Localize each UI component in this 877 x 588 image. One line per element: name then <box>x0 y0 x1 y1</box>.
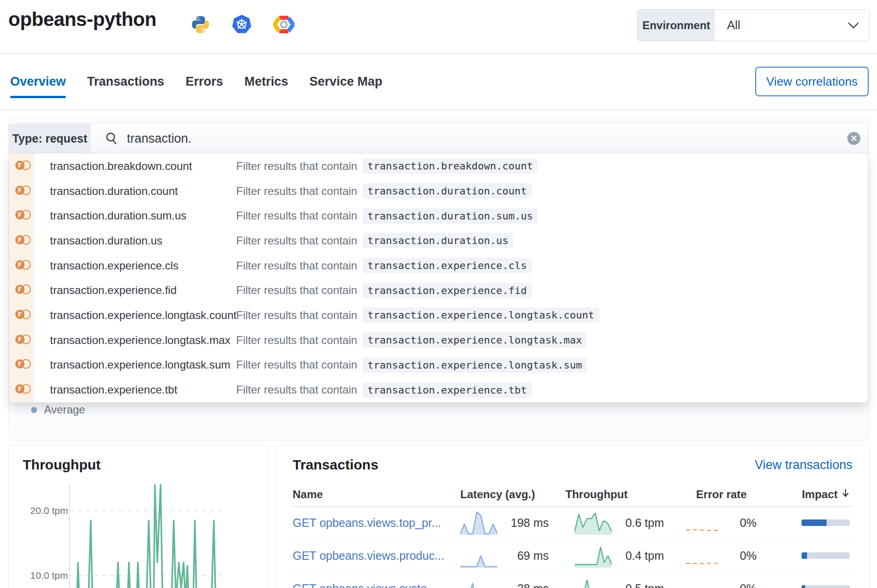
suggestion-option[interactable]: F transaction.experience.longtask.sum Fi… <box>9 353 868 378</box>
suggestion-field-code: transaction.duration.count <box>363 183 531 199</box>
suggestion-field-code: transaction.experience.tbt <box>363 382 531 398</box>
latency-sparkline <box>460 511 497 535</box>
suggestion-field-name: transaction.experience.longtask.sum <box>50 358 231 371</box>
view-correlations-button[interactable]: View correlations <box>755 67 869 96</box>
suggestion-field-name: transaction.duration.count <box>50 185 178 198</box>
python-icon <box>191 15 210 34</box>
service-agent-icons <box>191 15 294 34</box>
column-header-latency[interactable]: Latency (avg.) <box>460 488 560 501</box>
suggestion-option[interactable]: F transaction.experience.cls Filter resu… <box>9 253 868 278</box>
suggestion-field-code: transaction.experience.longtask.max <box>363 332 587 348</box>
suggestion-description: Filter results that contain <box>236 209 357 222</box>
tab-service-map[interactable]: Service Map <box>309 72 382 91</box>
table-row: GET opbeans.views.produc... 69 ms 0.4 tp… <box>293 539 852 572</box>
error-rate-sparkline <box>686 513 719 533</box>
suggestion-option[interactable]: F transaction.duration.count Filter resu… <box>9 179 868 204</box>
latency-sparkline <box>460 544 497 568</box>
page-title: opbeans-python <box>8 8 157 31</box>
suggestion-option[interactable]: F transaction.breakdown.count Filter res… <box>9 154 868 179</box>
google-cloud-icon <box>273 15 294 34</box>
column-header-error-rate[interactable]: Error rate <box>675 488 768 501</box>
transactions-table-header: Name Latency (avg.) Throughput Error rat… <box>293 482 852 507</box>
column-header-name[interactable]: Name <box>293 488 455 501</box>
throughput-value: 0.5 tpm <box>620 582 664 588</box>
error-rate-value: 0% <box>729 516 757 530</box>
field-icon: F <box>15 234 31 247</box>
throughput-card: Throughput 20.0 tpm 10.0 tpm <box>8 445 268 588</box>
suggestion-field-name: transaction.experience.longtask.count <box>50 309 237 322</box>
latency-value: 69 ms <box>505 549 549 563</box>
transactions-card-title: Transactions <box>293 457 378 473</box>
field-icon: F <box>15 259 31 272</box>
column-header-impact[interactable]: Impact <box>773 488 850 501</box>
transaction-name-link[interactable]: GET opbeans.views.custo... <box>293 582 437 588</box>
error-rate-value: 0% <box>729 582 757 588</box>
suggestion-field-name: transaction.experience.cls <box>50 259 178 272</box>
suggestion-description: Filter results that contain <box>236 334 357 347</box>
transaction-name-link[interactable]: GET opbeans.views.top_pr... <box>293 516 441 530</box>
throughput-sparkline <box>575 511 612 535</box>
throughput-line-chart <box>69 484 237 588</box>
suggestion-option[interactable]: F transaction.experience.tbt Filter resu… <box>9 377 868 402</box>
environment-select-value: All <box>715 10 848 41</box>
suggestion-description: Filter results that contain <box>236 234 357 247</box>
field-icon: F <box>15 358 31 371</box>
suggestion-description: Filter results that contain <box>236 309 357 322</box>
tabs-divider <box>0 110 877 110</box>
suggestion-option[interactable]: F transaction.experience.longtask.max Fi… <box>9 328 868 353</box>
transaction-name-link[interactable]: GET opbeans.views.produc... <box>293 549 445 563</box>
throughput-sparkline <box>575 576 612 588</box>
clear-search-button[interactable]: ✕ <box>847 132 860 145</box>
error-rate-sparkline <box>686 545 719 566</box>
environment-select[interactable]: Environment All <box>637 9 870 41</box>
field-icon: F <box>15 209 31 222</box>
suggestion-field-name: transaction.experience.tbt <box>50 383 177 396</box>
throughput-value: 0.6 tpm <box>620 516 664 530</box>
suggestion-field-name: transaction.breakdown.count <box>50 160 192 173</box>
error-rate-value: 0% <box>729 549 757 563</box>
environment-select-label: Environment <box>638 10 715 41</box>
suggestion-description: Filter results that contain <box>236 259 357 272</box>
tab-transactions[interactable]: Transactions <box>87 72 164 91</box>
suggestion-field-name: transaction.experience.fid <box>50 284 177 297</box>
view-transactions-link[interactable]: View transactions <box>755 458 852 472</box>
kql-search-bar: Type: request transaction. ✕ <box>9 123 868 154</box>
suggestion-description: Filter results that contain <box>236 160 357 173</box>
sort-descending-icon <box>841 488 850 501</box>
impact-bar <box>802 552 850 559</box>
suggestion-field-code: transaction.experience.longtask.sum <box>363 357 587 373</box>
suggestion-field-code: transaction.duration.sum.us <box>363 208 538 224</box>
throughput-value: 0.4 tpm <box>620 549 664 563</box>
kubernetes-icon <box>232 15 252 34</box>
field-icon: F <box>15 160 31 173</box>
suggestion-description: Filter results that contain <box>236 383 357 396</box>
suggestion-description: Filter results that contain <box>236 358 357 371</box>
field-icon: F <box>15 383 31 396</box>
latency-value: 38 ms <box>505 582 549 588</box>
suggestion-field-name: transaction.duration.sum.us <box>50 209 187 222</box>
suggestion-option[interactable]: F transaction.experience.fid Filter resu… <box>9 278 868 303</box>
search-input[interactable]: transaction. ✕ <box>91 123 868 154</box>
apm-service-overview-page: opbeans-python <box>0 0 877 588</box>
impact-bar <box>802 519 850 526</box>
service-tabs: Overview Transactions Errors Metrics Ser… <box>10 53 382 110</box>
suggestion-description: Filter results that contain <box>236 185 357 198</box>
transactions-card: Transactions View transactions Name Late… <box>276 445 870 588</box>
tab-errors[interactable]: Errors <box>186 72 223 91</box>
suggestion-description: Filter results that contain <box>236 284 357 297</box>
tab-overview[interactable]: Overview <box>10 72 66 91</box>
field-suggestions-dropdown: F transaction.breakdown.count Filter res… <box>9 154 868 402</box>
tab-metrics[interactable]: Metrics <box>244 72 288 91</box>
suggestion-option[interactable]: F transaction.duration.us Filter results… <box>9 228 868 253</box>
suggestion-option[interactable]: F transaction.duration.sum.us Filter res… <box>9 203 868 228</box>
type-filter-badge[interactable]: Type: request <box>9 123 91 154</box>
y-axis-tick-20: 20.0 tpm <box>18 505 68 516</box>
suggestion-option[interactable]: F transaction.experience.longtask.count … <box>9 303 868 328</box>
average-legend-dot <box>31 407 37 413</box>
average-legend-label: Average <box>44 403 85 416</box>
chevron-down-icon <box>848 10 869 41</box>
field-icon: F <box>15 284 31 297</box>
field-icon: F <box>15 334 31 347</box>
y-axis-tick-10: 10.0 tpm <box>18 570 68 581</box>
column-header-throughput[interactable]: Throughput <box>565 488 670 501</box>
